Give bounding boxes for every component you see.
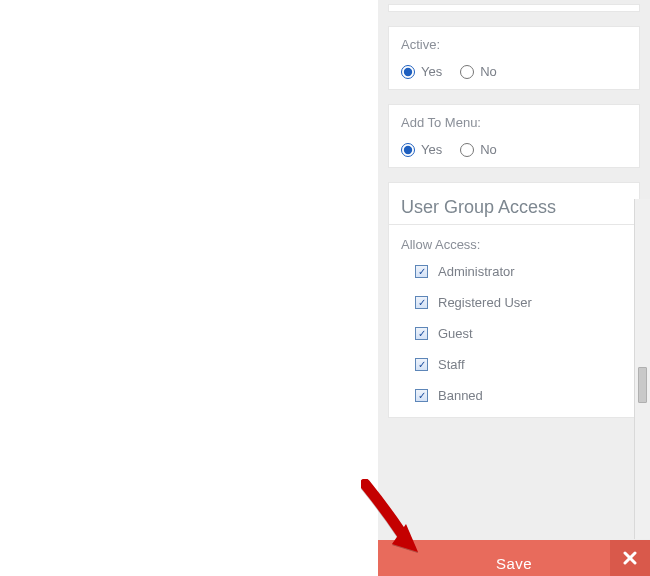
- group-label: Guest: [438, 326, 473, 341]
- active-no-radio[interactable]: [460, 65, 474, 79]
- active-no-option[interactable]: No: [460, 64, 497, 79]
- checkbox-icon[interactable]: ✓: [415, 389, 428, 402]
- active-yes-option[interactable]: Yes: [401, 64, 442, 79]
- active-label: Active:: [401, 37, 627, 52]
- active-panel: Active: Yes No: [388, 26, 640, 90]
- active-no-label: No: [480, 64, 497, 79]
- group-staff[interactable]: ✓ Staff: [415, 357, 627, 372]
- add-to-menu-no-radio[interactable]: [460, 143, 474, 157]
- group-label: Staff: [438, 357, 465, 372]
- checkbox-icon[interactable]: ✓: [415, 296, 428, 309]
- group-guest[interactable]: ✓ Guest: [415, 326, 627, 341]
- save-button[interactable]: Save: [378, 540, 650, 576]
- add-to-menu-panel: Add To Menu: Yes No: [388, 104, 640, 168]
- add-to-menu-no-option[interactable]: No: [460, 142, 497, 157]
- scrollbar[interactable]: [634, 199, 650, 539]
- panel-cutoff-top: [388, 4, 640, 12]
- save-button-label: Save: [496, 555, 532, 572]
- checkbox-icon[interactable]: ✓: [415, 358, 428, 371]
- group-label: Registered User: [438, 295, 532, 310]
- user-group-access-title: User Group Access: [401, 197, 627, 218]
- active-radio-group: Yes No: [401, 64, 627, 79]
- group-label: Administrator: [438, 264, 515, 279]
- close-icon: [623, 551, 637, 565]
- active-yes-label: Yes: [421, 64, 442, 79]
- add-to-menu-yes-label: Yes: [421, 142, 442, 157]
- divider: [389, 224, 639, 225]
- active-yes-radio[interactable]: [401, 65, 415, 79]
- settings-sidebar: Active: Yes No Add To Menu: Yes No: [378, 0, 650, 576]
- allow-access-label: Allow Access:: [401, 237, 627, 252]
- checkbox-icon[interactable]: ✓: [415, 327, 428, 340]
- group-registered-user[interactable]: ✓ Registered User: [415, 295, 627, 310]
- group-administrator[interactable]: ✓ Administrator: [415, 264, 627, 279]
- group-banned[interactable]: ✓ Banned: [415, 388, 627, 403]
- add-to-menu-radio-group: Yes No: [401, 142, 627, 157]
- close-button[interactable]: [610, 540, 650, 576]
- checkbox-icon[interactable]: ✓: [415, 265, 428, 278]
- user-group-list: ✓ Administrator ✓ Registered User ✓ Gues…: [401, 264, 627, 403]
- add-to-menu-no-label: No: [480, 142, 497, 157]
- group-label: Banned: [438, 388, 483, 403]
- user-group-access-panel: User Group Access Allow Access: ✓ Admini…: [388, 182, 640, 418]
- add-to-menu-yes-option[interactable]: Yes: [401, 142, 442, 157]
- scrollbar-thumb[interactable]: [638, 367, 647, 403]
- add-to-menu-yes-radio[interactable]: [401, 143, 415, 157]
- add-to-menu-label: Add To Menu:: [401, 115, 627, 130]
